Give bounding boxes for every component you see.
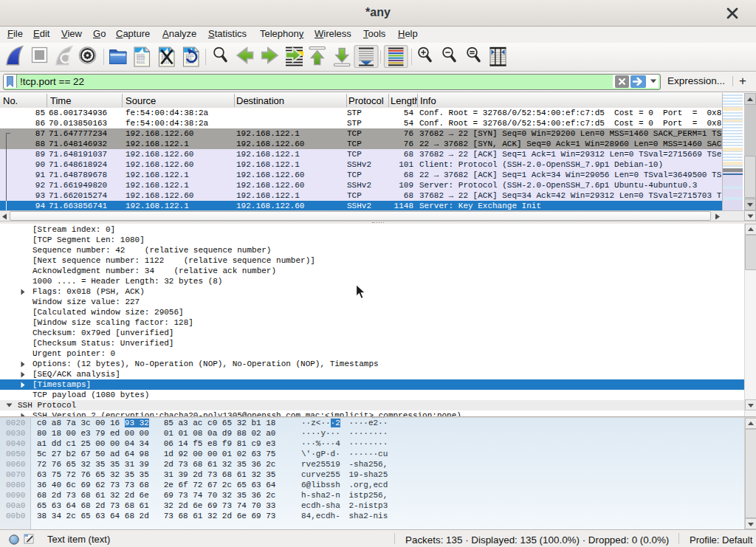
svg-text:0111: 0111	[137, 61, 145, 64]
